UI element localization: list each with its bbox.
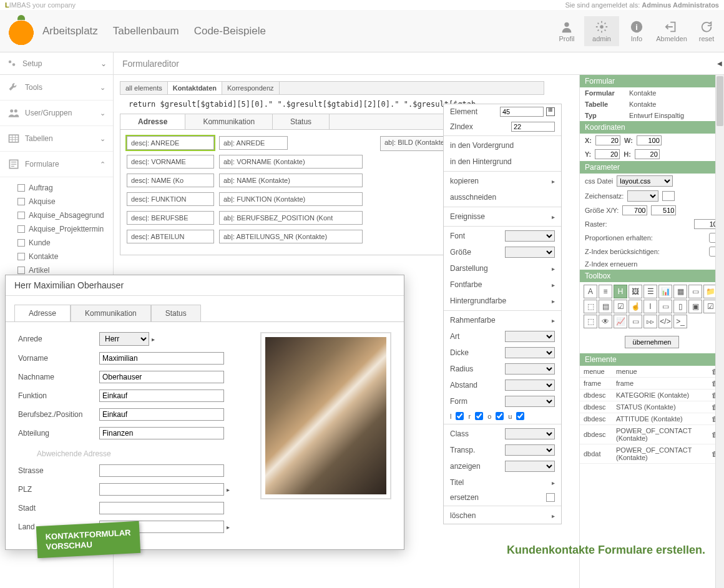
field-ab-abteilung[interactable]: ab|: ABTEILUNGS_NR (Kontakte) — [219, 230, 363, 243]
art-select[interactable] — [505, 331, 555, 342]
tool-r3[interactable]: ▣ — [688, 300, 702, 313]
replace-check[interactable] — [546, 493, 555, 502]
class-select[interactable] — [505, 428, 555, 439]
cb-l[interactable] — [456, 412, 464, 420]
field-ab-vorname[interactable]: ab|: VORNAME (Kontakte) — [219, 155, 363, 169]
scrollbar[interactable] — [715, 75, 724, 588]
coord-y[interactable] — [595, 149, 620, 159]
sub-absage[interactable]: Akquise_Absagegrund — [12, 208, 113, 222]
sidebar-forms[interactable]: Formulare⌃ — [0, 152, 113, 177]
elem-row[interactable]: frameframe🗑 — [580, 378, 724, 390]
tool-cursor[interactable]: I — [643, 300, 657, 313]
size-x[interactable] — [622, 205, 647, 215]
bordercolor-menu[interactable]: Rahmenfarbe▸ — [444, 312, 561, 328]
tool-graph[interactable]: 📈 — [614, 315, 627, 328]
tool-chart[interactable]: 📊 — [658, 285, 672, 298]
nav-arbeitsplatz[interactable]: Arbeitsplatz — [42, 25, 98, 37]
field-desc-abteilung[interactable]: desc|: ABTEILUN — [127, 230, 214, 243]
tool-r1[interactable]: ▭ — [658, 300, 672, 313]
tool-s2[interactable]: ▹▹ — [643, 315, 657, 328]
bgcolor-menu[interactable]: Hintergrundfarbe▸ — [444, 293, 561, 309]
nav-tabellenbaum[interactable]: Tabellenbaum — [113, 25, 179, 37]
size-y[interactable] — [651, 205, 676, 215]
tool-code[interactable]: </> — [658, 315, 672, 328]
to-background[interactable]: in den Hintergrund — [444, 154, 561, 170]
dtab-status[interactable]: Status — [273, 114, 330, 129]
field-desc-funktion[interactable]: desc|: FUNKTION — [127, 192, 214, 206]
tab-all[interactable]: all elements — [120, 82, 168, 94]
strasse-input[interactable] — [99, 464, 224, 477]
fontcolor-menu[interactable]: Fontfarbe▸ — [444, 277, 561, 293]
ptab-komm[interactable]: Kommunikation — [71, 305, 151, 321]
field-ab-beruf[interactable]: ab|: BERUFSBEZ_POSITION (Kont — [219, 211, 363, 225]
tool-db[interactable]: ≡ — [599, 285, 612, 298]
tab-kontaktdaten[interactable]: Kontaktdaten — [168, 82, 222, 94]
collapse-icon[interactable]: ◀ — [715, 52, 724, 74]
radius-select[interactable] — [505, 363, 555, 375]
ptab-status[interactable]: Status — [151, 305, 201, 321]
tool-text[interactable]: A — [584, 285, 597, 298]
tool-calendar[interactable]: ▦ — [673, 285, 687, 298]
stadt-input[interactable] — [99, 502, 224, 514]
field-desc-vorname[interactable]: desc|: VORNAME — [127, 155, 214, 169]
nav-admin[interactable]: admin — [584, 16, 619, 46]
tool-rect[interactable]: ▭ — [688, 285, 702, 298]
field-desc-anrede[interactable]: desc|: ANREDE — [127, 136, 214, 150]
to-foreground[interactable]: in den Vordergrund — [444, 137, 561, 154]
dtab-adresse[interactable]: Adresse — [120, 114, 185, 129]
dtab-komm[interactable]: Kommunikation — [185, 114, 273, 129]
field-ab-funktion[interactable]: ab|: FUNKTION (Kontakte) — [219, 192, 363, 206]
sidebar-tables[interactable]: Tabellen⌄ — [0, 126, 113, 152]
plz-input[interactable] — [99, 483, 224, 496]
field-ab-anrede[interactable]: ab|: ANREDE — [219, 136, 288, 150]
nav-info[interactable]: iInfo — [619, 16, 654, 46]
sub-akquise[interactable]: Akquise — [12, 195, 113, 208]
tool-list[interactable]: ☰ — [643, 285, 657, 298]
cb-r[interactable] — [475, 412, 483, 420]
font-select[interactable] — [505, 230, 555, 242]
tool-form[interactable]: ▤ — [599, 300, 612, 313]
sub-kunde[interactable]: Kunde — [12, 236, 113, 250]
css-select[interactable]: layout.css — [617, 175, 673, 187]
nav-code[interactable]: Code-Beispiele — [194, 25, 266, 37]
field-desc-beruf[interactable]: desc|: BERUFSBE — [127, 211, 214, 225]
apply-button[interactable]: übernehmen — [625, 336, 680, 348]
subbar-setup[interactable]: Setup⌄ — [0, 52, 114, 74]
beruf-input[interactable] — [99, 408, 224, 421]
tool-header[interactable]: H — [614, 285, 627, 298]
tool-s1[interactable]: ▭ — [629, 315, 642, 328]
tool-group[interactable]: ⬚ — [584, 300, 597, 313]
tool-eye[interactable]: 👁 — [599, 315, 612, 328]
tool-image[interactable]: 🖼 — [629, 285, 642, 298]
coord-h[interactable] — [635, 149, 660, 159]
tool-r2[interactable]: ▯ — [673, 300, 687, 313]
tool-r5[interactable]: ⬚ — [584, 315, 597, 328]
display-menu[interactable]: Darstellung▸ — [444, 260, 561, 277]
thick-select[interactable] — [505, 347, 555, 358]
elem-row[interactable]: dbdescKATEGORIE (Kontakte)🗑 — [580, 390, 724, 401]
charset-extra[interactable] — [662, 191, 675, 201]
elem-row[interactable]: dbdescATTITUDE (Kontakte)🗑 — [580, 413, 724, 425]
elem-row[interactable]: dbdescPOWER_OF_CONTACT (Kontakte)🗑 — [580, 425, 724, 444]
z-renew[interactable]: Z-Index erneuern — [580, 258, 724, 270]
charset-select[interactable] — [627, 190, 658, 202]
sidebar-tools[interactable]: Tools⌄ — [0, 75, 113, 100]
cb-o[interactable] — [496, 412, 504, 420]
element-id-input[interactable] — [500, 107, 544, 117]
nachname-input[interactable] — [99, 371, 224, 383]
anrede-select[interactable]: Herr — [99, 332, 149, 346]
sub-termin[interactable]: Akquise_Projekttermin — [12, 222, 113, 236]
sidebar-users[interactable]: User/Gruppen⌄ — [0, 100, 113, 126]
nav-profil[interactable]: Profil — [549, 16, 584, 46]
tab-korrespondenz[interactable]: Korrespondenz — [222, 82, 280, 94]
transp-select[interactable] — [505, 444, 555, 456]
cut[interactable]: ausschneiden — [444, 189, 561, 205]
ptab-adresse[interactable]: Adresse — [14, 305, 71, 321]
elem-row[interactable]: dbdescSTATUS (Kontakte)🗑 — [580, 401, 724, 413]
nav-abmelden[interactable]: Abmelden — [654, 16, 689, 46]
show-select[interactable] — [505, 461, 555, 472]
zindex-input[interactable] — [511, 122, 555, 132]
events[interactable]: Ereignisse▸ — [444, 208, 561, 225]
cb-u[interactable] — [516, 412, 524, 420]
title-menu[interactable]: Titel▸ — [444, 474, 561, 491]
